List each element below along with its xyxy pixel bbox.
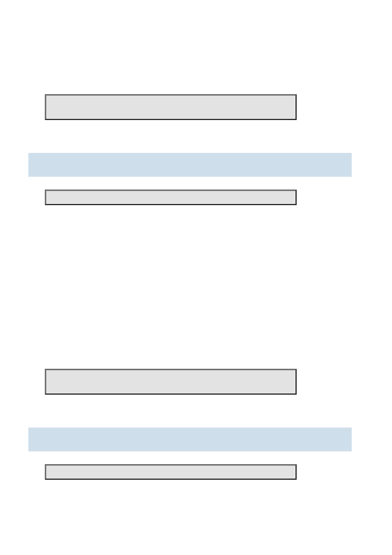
input-field-1[interactable] [45,94,297,120]
section-bar-1 [28,153,352,177]
section-bar-2 [28,428,352,451]
input-field-2[interactable] [45,190,297,205]
input-field-3[interactable] [45,369,297,395]
input-field-4[interactable] [45,464,297,480]
